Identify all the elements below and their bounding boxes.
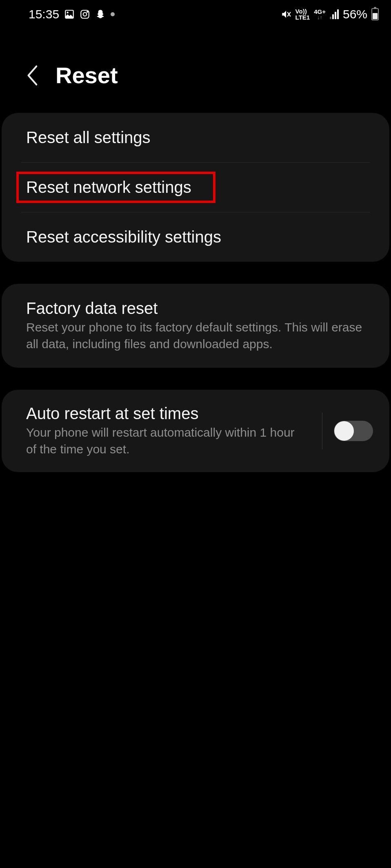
status-time: 15:35 (29, 7, 59, 21)
page-header: Reset (0, 25, 391, 113)
instagram-icon (80, 9, 90, 20)
chevron-left-icon (24, 64, 39, 87)
toggle-knob (334, 421, 354, 441)
volte-bottom-label: LTE1 (295, 14, 310, 20)
gallery-icon (64, 9, 75, 20)
item-description: Your phone will restart automatically wi… (26, 424, 302, 457)
item-title: Auto restart at set times (26, 404, 302, 423)
volte-icon: Vo)) LTE1 (295, 8, 310, 20)
reset-accessibility-settings-item[interactable]: Reset accessibility settings (2, 212, 389, 262)
page-title: Reset (56, 62, 118, 88)
reset-network-settings-item[interactable]: Reset network settings (2, 163, 389, 212)
vertical-divider (322, 413, 322, 449)
status-bar: 15:35 Vo)) LTE1 4G+ ↓↑ 56% (0, 0, 391, 25)
signal-icon (330, 9, 339, 19)
item-title: Reset all settings (26, 128, 365, 147)
mute-icon (281, 9, 291, 20)
status-bar-left: 15:35 (29, 7, 115, 21)
reset-options-card: Reset all settings Reset network setting… (2, 113, 389, 262)
svg-point-3 (83, 13, 87, 16)
network-type-label: 4G+ (314, 9, 326, 15)
auto-restart-toggle[interactable] (334, 421, 373, 441)
item-title: Factory data reset (26, 299, 365, 318)
battery-fill (373, 13, 378, 19)
factory-reset-card: Factory data reset Reset your phone to i… (2, 284, 389, 368)
toggle-text: Auto restart at set times Your phone wil… (26, 404, 311, 457)
svg-point-4 (87, 11, 88, 12)
status-bar-right: Vo)) LTE1 4G+ ↓↑ 56% (281, 7, 379, 21)
item-description: Reset your phone to its factory default … (26, 319, 365, 352)
svg-point-1 (67, 12, 69, 13)
snapchat-icon (95, 9, 106, 20)
network-type-icon: 4G+ ↓↑ (314, 9, 326, 20)
item-title: Reset accessibility settings (26, 228, 365, 246)
item-title: Reset network settings (26, 178, 365, 197)
factory-data-reset-item[interactable]: Factory data reset Reset your phone to i… (2, 284, 389, 368)
volte-top-label: Vo)) (295, 8, 310, 14)
more-notifications-icon (111, 12, 115, 16)
battery-icon (371, 8, 379, 20)
reset-all-settings-item[interactable]: Reset all settings (2, 113, 389, 162)
auto-restart-item[interactable]: Auto restart at set times Your phone wil… (2, 390, 389, 472)
auto-restart-card: Auto restart at set times Your phone wil… (2, 390, 389, 472)
data-arrows-icon: ↓↑ (317, 15, 322, 20)
back-button[interactable] (24, 64, 39, 87)
battery-percent: 56% (343, 7, 367, 21)
